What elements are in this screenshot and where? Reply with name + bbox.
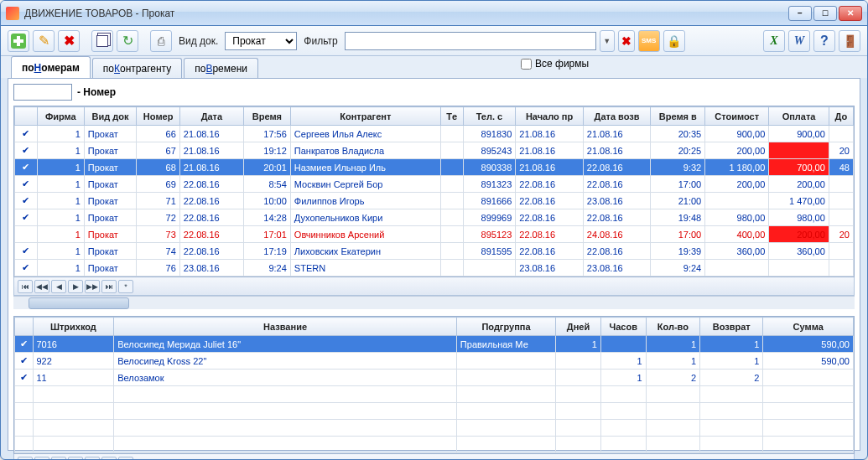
column-header[interactable]: Фирма xyxy=(37,107,84,126)
app-window: ДВИЖЕНИЕ ТОВАРОВ - Прокат ✎ ✖ ↻ ⎙ Вид до… xyxy=(0,0,868,460)
maximize-button[interactable] xyxy=(813,6,837,21)
nav2-prevpage[interactable]: ◀◀ xyxy=(34,457,49,461)
column-header[interactable]: Тел. с xyxy=(463,107,516,126)
column-header[interactable]: Оплата xyxy=(769,107,829,126)
filter-dropdown-button[interactable]: ▼ xyxy=(600,30,615,52)
lock-button[interactable]: 🔒 xyxy=(663,30,685,52)
column-header[interactable]: Часов xyxy=(600,318,646,336)
doctype-label: Вид док. xyxy=(179,35,218,47)
column-header[interactable]: Время в xyxy=(651,107,705,126)
nav-last[interactable]: ⏭ xyxy=(101,280,117,293)
plus-icon xyxy=(11,34,26,49)
nav2-prev[interactable]: ◀ xyxy=(51,457,66,461)
help-button[interactable]: ? xyxy=(813,30,835,52)
exit-button[interactable]: 🚪 xyxy=(839,30,860,52)
column-header[interactable]: Дней xyxy=(556,318,601,336)
toolbar: ✎ ✖ ↻ ⎙ Вид док. Прокат Фильтр ▼ ✖ SMS 🔒… xyxy=(1,26,867,56)
items-grid[interactable]: ШтрихкодНазваниеПодгруппаДнейЧасовКол-во… xyxy=(13,316,855,454)
delete-icon: ✖ xyxy=(64,33,75,49)
tab-by-numbers[interactable]: по Номерам xyxy=(11,56,91,78)
nav2-next[interactable]: ▶ xyxy=(68,457,83,461)
nav-next[interactable]: ▶ xyxy=(68,280,83,293)
grid2-navigator: ⏮ ◀◀ ◀ ▶ ▶▶ ⏭ * xyxy=(13,454,855,460)
nav-first[interactable]: ⏮ xyxy=(18,280,33,293)
nav2-nextpage[interactable]: ▶▶ xyxy=(85,457,100,461)
print-icon: ⎙ xyxy=(158,34,164,48)
column-header[interactable] xyxy=(15,107,38,126)
refresh-button[interactable]: ↻ xyxy=(117,30,138,52)
column-header[interactable]: Начало пр xyxy=(516,107,584,126)
export-excel-button[interactable]: X xyxy=(763,30,785,52)
filter-label: Фильтр xyxy=(304,35,337,47)
column-header[interactable]: Дата возв xyxy=(583,107,651,126)
table-row[interactable]: ✔1Прокат7623.08.169:24STERN23.08.1623.08… xyxy=(15,260,854,277)
column-header[interactable] xyxy=(15,318,34,336)
minimize-button[interactable] xyxy=(788,6,812,21)
column-header[interactable]: Дата xyxy=(179,107,243,126)
table-row[interactable]: ✔1Прокат6821.08.1620:01Назмиев Ильнар Ил… xyxy=(15,159,854,176)
tabs: по Номерам по Контрагенту по Времени xyxy=(1,56,867,78)
table-row[interactable]: ✔1Прокат7222.08.1614:28Духопельников Кир… xyxy=(15,209,854,226)
column-header[interactable]: Возврат xyxy=(700,318,763,336)
copy-button[interactable] xyxy=(91,30,113,52)
column-header[interactable]: До xyxy=(829,107,853,126)
titlebar[interactable]: ДВИЖЕНИЕ ТОВАРОВ - Прокат xyxy=(1,1,867,26)
documents-grid[interactable]: ФирмаВид докНомерДатаВремяКонтрагентТeТе… xyxy=(13,106,855,277)
nav-prevpage[interactable]: ◀◀ xyxy=(34,280,49,293)
exit-icon: 🚪 xyxy=(843,34,857,48)
grid1-hscrollbar[interactable] xyxy=(13,296,855,309)
nav2-extra[interactable]: * xyxy=(118,457,133,461)
doctype-select[interactable]: Прокат xyxy=(225,32,297,50)
all-firms-label: Все фирмы xyxy=(535,58,589,70)
table-row[interactable]: ✔1Прокат7122.08.1610:00Филиппов Игорь891… xyxy=(15,193,854,209)
nav-nextpage[interactable]: ▶▶ xyxy=(85,280,100,293)
edit-button[interactable]: ✎ xyxy=(33,30,55,52)
export-word-button[interactable]: W xyxy=(788,30,810,52)
print-button[interactable]: ⎙ xyxy=(150,30,172,52)
table-row[interactable]: ✔1Прокат6621.08.1617:56Сергеев Илья Алек… xyxy=(15,126,854,142)
table-row[interactable]: 1Прокат7322.08.1617:01Овчинников Арсений… xyxy=(15,226,854,243)
all-firms-checkbox[interactable] xyxy=(521,59,532,70)
table-row[interactable]: ✔1Прокат6922.08.168:54Москвин Сергей Бор… xyxy=(15,176,854,193)
number-filter-input[interactable] xyxy=(13,84,72,101)
column-header[interactable]: Штрихкод xyxy=(33,318,114,336)
nav2-first[interactable]: ⏮ xyxy=(18,457,33,461)
sms-button[interactable]: SMS xyxy=(638,30,660,52)
table-row[interactable]: ✔1Прокат7422.08.1617:19Лиховских Екатери… xyxy=(15,243,854,260)
pencil-icon: ✎ xyxy=(39,33,49,49)
column-header[interactable]: Вид док xyxy=(84,107,137,126)
filter-input[interactable] xyxy=(345,32,596,50)
column-header[interactable]: Кол-во xyxy=(646,318,700,336)
refresh-icon: ↻ xyxy=(122,33,133,49)
grid1-navigator: ⏮ ◀◀ ◀ ▶ ▶▶ ⏭ * xyxy=(13,277,855,296)
column-header[interactable]: Время xyxy=(243,107,290,126)
window-title: ДВИЖЕНИЕ ТОВАРОВ - Прокат xyxy=(24,8,788,19)
clear-filter-button[interactable]: ✖ xyxy=(618,30,635,52)
nav2-last[interactable]: ⏭ xyxy=(101,457,117,461)
number-filter-label: - Номер xyxy=(77,86,116,98)
content-panel: - Номер ФирмаВид докНомерДатаВремяКонтра… xyxy=(8,78,860,451)
delete-button[interactable]: ✖ xyxy=(58,30,80,52)
column-header[interactable]: Тe xyxy=(440,107,463,126)
table-row[interactable]: ✔11Велозамок122 xyxy=(15,370,854,386)
tab-by-time[interactable]: по Времени xyxy=(184,58,258,78)
tab-by-contragent[interactable]: по Контрагенту xyxy=(92,58,182,78)
nav-extra[interactable]: * xyxy=(118,280,133,293)
add-button[interactable] xyxy=(8,30,29,52)
nav-prev[interactable]: ◀ xyxy=(51,280,66,293)
table-row[interactable]: ✔7016Велосипед Мерида Juliet 16"Правильн… xyxy=(15,336,854,353)
column-header[interactable]: Контрагент xyxy=(290,107,440,126)
column-header[interactable]: Номер xyxy=(137,107,179,126)
lock-icon: 🔒 xyxy=(667,34,681,48)
column-header[interactable]: Подгруппа xyxy=(456,318,555,336)
table-row[interactable]: ✔1Прокат6721.08.1619:12Панкратов Владисл… xyxy=(15,142,854,159)
chevron-down-icon: ▼ xyxy=(603,37,611,45)
app-icon xyxy=(6,7,19,20)
column-header[interactable]: Сумма xyxy=(763,318,854,336)
close-button[interactable] xyxy=(839,6,862,21)
table-row[interactable]: ✔922Велосипед Kross 22"111590,00 xyxy=(15,353,854,370)
column-header[interactable]: Название xyxy=(114,318,457,336)
column-header[interactable]: Стоимост xyxy=(705,107,769,126)
copy-icon xyxy=(96,35,108,47)
